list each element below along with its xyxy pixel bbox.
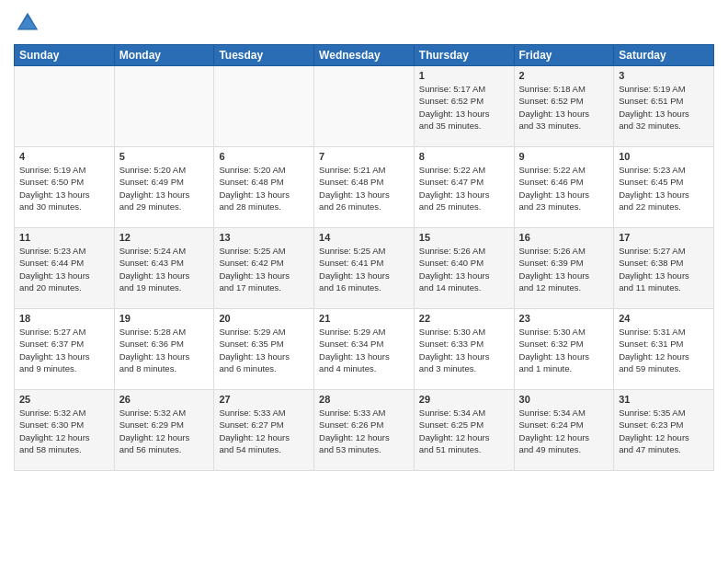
day-number: 11: [19, 232, 109, 243]
calendar-week-row: 25Sunrise: 5:32 AM Sunset: 6:30 PM Dayli…: [15, 390, 714, 471]
day-number: 19: [119, 313, 210, 324]
day-number: 14: [319, 232, 409, 243]
day-info: Sunrise: 5:28 AM Sunset: 6:36 PM Dayligh…: [119, 326, 210, 374]
calendar-cell: 26Sunrise: 5:32 AM Sunset: 6:29 PM Dayli…: [114, 390, 214, 471]
day-info: Sunrise: 5:26 AM Sunset: 6:40 PM Dayligh…: [419, 245, 509, 293]
day-info: Sunrise: 5:19 AM Sunset: 6:50 PM Dayligh…: [19, 164, 109, 213]
day-number: 21: [319, 313, 409, 324]
day-info: Sunrise: 5:35 AM Sunset: 6:23 PM Dayligh…: [619, 407, 709, 455]
day-info: Sunrise: 5:33 AM Sunset: 6:26 PM Dayligh…: [319, 407, 409, 455]
day-number: 2: [519, 70, 609, 81]
calendar-cell: 5Sunrise: 5:20 AM Sunset: 6:49 PM Daylig…: [114, 147, 214, 228]
day-info: Sunrise: 5:24 AM Sunset: 6:43 PM Dayligh…: [119, 245, 210, 293]
day-number: 26: [119, 394, 210, 405]
calendar-cell: 24Sunrise: 5:31 AM Sunset: 6:31 PM Dayli…: [614, 309, 714, 390]
day-info: Sunrise: 5:29 AM Sunset: 6:34 PM Dayligh…: [319, 326, 409, 374]
day-info: Sunrise: 5:27 AM Sunset: 6:38 PM Dayligh…: [619, 245, 709, 293]
calendar-cell: 12Sunrise: 5:24 AM Sunset: 6:43 PM Dayli…: [114, 228, 214, 309]
day-info: Sunrise: 5:34 AM Sunset: 6:25 PM Dayligh…: [419, 407, 509, 455]
day-number: 27: [219, 394, 309, 405]
calendar-cell: 16Sunrise: 5:26 AM Sunset: 6:39 PM Dayli…: [514, 228, 614, 309]
calendar-cell: 23Sunrise: 5:30 AM Sunset: 6:32 PM Dayli…: [514, 309, 614, 390]
col-header-sunday: Sunday: [15, 45, 115, 66]
calendar-cell: 4Sunrise: 5:19 AM Sunset: 6:50 PM Daylig…: [15, 147, 115, 228]
calendar-cell: 1Sunrise: 5:17 AM Sunset: 6:52 PM Daylig…: [414, 66, 514, 147]
day-info: Sunrise: 5:34 AM Sunset: 6:24 PM Dayligh…: [519, 407, 609, 455]
calendar-header-row: SundayMondayTuesdayWednesdayThursdayFrid…: [15, 45, 714, 66]
day-number: 18: [19, 313, 109, 324]
day-info: Sunrise: 5:29 AM Sunset: 6:35 PM Dayligh…: [219, 326, 309, 374]
calendar-week-row: 4Sunrise: 5:19 AM Sunset: 6:50 PM Daylig…: [15, 147, 714, 228]
day-number: 12: [119, 232, 210, 243]
day-info: Sunrise: 5:27 AM Sunset: 6:37 PM Dayligh…: [19, 326, 109, 374]
day-number: 30: [519, 394, 609, 405]
day-number: 6: [219, 151, 309, 162]
calendar-table: SundayMondayTuesdayWednesdayThursdayFrid…: [14, 44, 714, 471]
day-info: Sunrise: 5:30 AM Sunset: 6:32 PM Dayligh…: [519, 326, 609, 374]
day-number: 8: [419, 151, 509, 162]
calendar-cell: [114, 66, 214, 147]
calendar-cell: 10Sunrise: 5:23 AM Sunset: 6:45 PM Dayli…: [614, 147, 714, 228]
day-info: Sunrise: 5:20 AM Sunset: 6:49 PM Dayligh…: [119, 164, 210, 213]
day-info: Sunrise: 5:25 AM Sunset: 6:41 PM Dayligh…: [319, 245, 409, 293]
calendar-cell: 13Sunrise: 5:25 AM Sunset: 6:42 PM Dayli…: [214, 228, 314, 309]
day-number: 13: [219, 232, 309, 243]
col-header-monday: Monday: [114, 45, 214, 66]
calendar-cell: 22Sunrise: 5:30 AM Sunset: 6:33 PM Dayli…: [414, 309, 514, 390]
calendar-cell: 6Sunrise: 5:20 AM Sunset: 6:48 PM Daylig…: [214, 147, 314, 228]
day-number: 31: [619, 394, 709, 405]
day-number: 20: [219, 313, 309, 324]
calendar-cell: 21Sunrise: 5:29 AM Sunset: 6:34 PM Dayli…: [314, 309, 415, 390]
day-number: 29: [419, 394, 509, 405]
calendar-cell: 2Sunrise: 5:18 AM Sunset: 6:52 PM Daylig…: [514, 66, 614, 147]
calendar-cell: 11Sunrise: 5:23 AM Sunset: 6:44 PM Dayli…: [15, 228, 115, 309]
day-number: 28: [319, 394, 409, 405]
calendar-cell: 18Sunrise: 5:27 AM Sunset: 6:37 PM Dayli…: [15, 309, 115, 390]
col-header-friday: Friday: [514, 45, 614, 66]
day-number: 16: [519, 232, 609, 243]
calendar-cell: 8Sunrise: 5:22 AM Sunset: 6:47 PM Daylig…: [414, 147, 514, 228]
calendar-cell: 27Sunrise: 5:33 AM Sunset: 6:27 PM Dayli…: [214, 390, 314, 471]
day-number: 23: [519, 313, 609, 324]
col-header-saturday: Saturday: [614, 45, 714, 66]
calendar-cell: 30Sunrise: 5:34 AM Sunset: 6:24 PM Dayli…: [514, 390, 614, 471]
calendar-cell: 31Sunrise: 5:35 AM Sunset: 6:23 PM Dayli…: [614, 390, 714, 471]
calendar-cell: [314, 66, 415, 147]
calendar-cell: 3Sunrise: 5:19 AM Sunset: 6:51 PM Daylig…: [614, 66, 714, 147]
day-info: Sunrise: 5:22 AM Sunset: 6:46 PM Dayligh…: [519, 164, 609, 213]
calendar-week-row: 1Sunrise: 5:17 AM Sunset: 6:52 PM Daylig…: [15, 66, 714, 147]
day-info: Sunrise: 5:30 AM Sunset: 6:33 PM Dayligh…: [419, 326, 509, 374]
day-info: Sunrise: 5:23 AM Sunset: 6:44 PM Dayligh…: [19, 245, 109, 293]
day-info: Sunrise: 5:32 AM Sunset: 6:30 PM Dayligh…: [19, 407, 109, 455]
day-info: Sunrise: 5:31 AM Sunset: 6:31 PM Dayligh…: [619, 326, 709, 374]
day-number: 22: [419, 313, 509, 324]
day-info: Sunrise: 5:18 AM Sunset: 6:52 PM Dayligh…: [519, 83, 609, 132]
day-info: Sunrise: 5:23 AM Sunset: 6:45 PM Dayligh…: [619, 164, 709, 213]
day-number: 7: [319, 151, 409, 162]
day-info: Sunrise: 5:25 AM Sunset: 6:42 PM Dayligh…: [219, 245, 309, 293]
calendar-cell: 17Sunrise: 5:27 AM Sunset: 6:38 PM Dayli…: [614, 228, 714, 309]
calendar-cell: 15Sunrise: 5:26 AM Sunset: 6:40 PM Dayli…: [414, 228, 514, 309]
day-info: Sunrise: 5:17 AM Sunset: 6:52 PM Dayligh…: [419, 83, 509, 132]
col-header-thursday: Thursday: [414, 45, 514, 66]
day-number: 24: [619, 313, 709, 324]
calendar-cell: 9Sunrise: 5:22 AM Sunset: 6:46 PM Daylig…: [514, 147, 614, 228]
day-info: Sunrise: 5:32 AM Sunset: 6:29 PM Dayligh…: [119, 407, 210, 455]
day-info: Sunrise: 5:19 AM Sunset: 6:51 PM Dayligh…: [619, 83, 709, 132]
day-info: Sunrise: 5:20 AM Sunset: 6:48 PM Dayligh…: [219, 164, 309, 213]
calendar-cell: [214, 66, 314, 147]
col-header-wednesday: Wednesday: [314, 45, 415, 66]
calendar-week-row: 18Sunrise: 5:27 AM Sunset: 6:37 PM Dayli…: [15, 309, 714, 390]
day-info: Sunrise: 5:21 AM Sunset: 6:48 PM Dayligh…: [319, 164, 409, 213]
day-number: 1: [419, 70, 509, 81]
day-number: 25: [19, 394, 109, 405]
day-number: 3: [619, 70, 709, 81]
calendar-cell: 14Sunrise: 5:25 AM Sunset: 6:41 PM Dayli…: [314, 228, 415, 309]
col-header-tuesday: Tuesday: [214, 45, 314, 66]
logo: [14, 9, 46, 37]
calendar-cell: 20Sunrise: 5:29 AM Sunset: 6:35 PM Dayli…: [214, 309, 314, 390]
day-number: 5: [119, 151, 210, 162]
calendar-cell: 7Sunrise: 5:21 AM Sunset: 6:48 PM Daylig…: [314, 147, 415, 228]
day-number: 17: [619, 232, 709, 243]
day-info: Sunrise: 5:33 AM Sunset: 6:27 PM Dayligh…: [219, 407, 309, 455]
